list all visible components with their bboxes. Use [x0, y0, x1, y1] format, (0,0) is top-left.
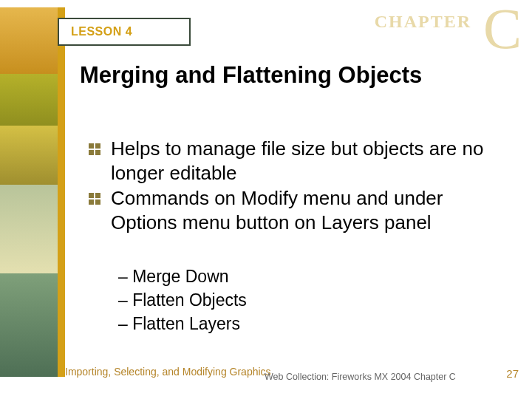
- sub-bullet-list: – Merge Down – Flatten Objects – Flatten…: [118, 265, 247, 336]
- strip-segment: [0, 273, 58, 377]
- lesson-box: LESSON 4: [58, 18, 191, 46]
- sub-list-item: – Flatten Objects: [118, 288, 247, 312]
- strip-segment: [0, 126, 58, 185]
- strip-segment: [0, 7, 58, 74]
- footer: Importing, Selecting, and Modifying Grap…: [65, 366, 519, 395]
- footer-left-text: Importing, Selecting, and Modifying Grap…: [65, 366, 271, 378]
- page-title: Merging and Flattening Objects: [80, 62, 510, 89]
- sub-list-item: – Merge Down: [118, 265, 247, 288]
- footer-center-text: Web Collection: Fireworks MX 2004 Chapte…: [265, 372, 456, 382]
- bullet-list: Helps to manage file size but objects ar…: [89, 137, 510, 236]
- chapter-word: CHAPTER: [375, 12, 471, 32]
- list-item: Helps to manage file size but objects ar…: [89, 137, 510, 185]
- footer-page-number: 27: [506, 367, 519, 380]
- gold-vertical-bar: [58, 7, 65, 377]
- sub-list-item: – Flatten Layers: [118, 312, 247, 335]
- lesson-label: LESSON 4: [71, 25, 132, 38]
- bullet-text: Commands on Modify menu and under Option…: [111, 186, 510, 234]
- list-item: Commands on Modify menu and under Option…: [89, 186, 510, 234]
- chapter-letter: C: [483, 0, 522, 62]
- bullet-text: Helps to manage file size but objects ar…: [111, 137, 510, 185]
- bullet-icon: [89, 143, 100, 155]
- bullet-icon: [89, 193, 100, 205]
- decorative-left-strip: [0, 7, 58, 377]
- strip-segment: [0, 185, 58, 273]
- strip-segment: [0, 74, 58, 126]
